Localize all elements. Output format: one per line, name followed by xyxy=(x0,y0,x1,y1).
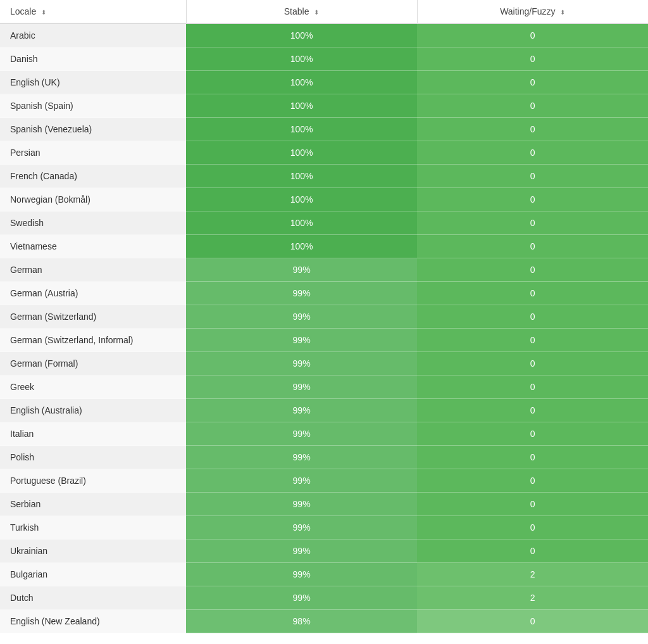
waiting-cell: 0 xyxy=(417,493,648,516)
table-row[interactable]: Bulgarian99%2 xyxy=(0,563,648,586)
waiting-cell: 0 xyxy=(417,188,648,212)
table-row[interactable]: English (New Zealand)98%0 xyxy=(0,610,648,633)
waiting-cell: 0 xyxy=(417,329,648,352)
waiting-cell: 2 xyxy=(417,586,648,610)
locale-cell: German (Switzerland) xyxy=(0,305,186,329)
table-row[interactable]: German (Switzerland, Informal)99%0 xyxy=(0,329,648,352)
locale-cell: Dutch xyxy=(0,586,186,610)
stable-cell: 99% xyxy=(186,540,417,563)
stable-cell: 99% xyxy=(186,446,417,469)
table-row[interactable]: French (Canada)100%0 xyxy=(0,165,648,188)
waiting-cell: 0 xyxy=(417,305,648,329)
stable-cell: 99% xyxy=(186,516,417,540)
locale-cell: Vietnamese xyxy=(0,235,186,258)
table-row[interactable]: English (UK)100%0 xyxy=(0,71,648,94)
table-row[interactable]: English (Australia)99%0 xyxy=(0,399,648,422)
table-row[interactable]: Portuguese (Brazil)99%0 xyxy=(0,469,648,493)
table-row[interactable]: German (Austria)99%0 xyxy=(0,282,648,305)
locale-cell: Spanish (Spain) xyxy=(0,94,186,118)
waiting-cell: 0 xyxy=(417,165,648,188)
waiting-cell: 0 xyxy=(417,94,648,118)
table-header: Locale ⬍ Stable ⬍ Waiting/Fuzzy ⬍ xyxy=(0,0,648,23)
locale-cell: German (Formal) xyxy=(0,352,186,376)
table-row[interactable]: German99%0 xyxy=(0,258,648,282)
waiting-cell: 0 xyxy=(417,422,648,446)
table-body: Arabic100%0Danish100%0English (UK)100%0S… xyxy=(0,23,648,633)
waiting-cell: 0 xyxy=(417,540,648,563)
waiting-column-header[interactable]: Waiting/Fuzzy ⬍ xyxy=(417,0,648,23)
table-row[interactable]: Spanish (Spain)100%0 xyxy=(0,94,648,118)
table-row[interactable]: Dutch99%2 xyxy=(0,586,648,610)
table-row[interactable]: Vietnamese100%0 xyxy=(0,235,648,258)
locale-cell: Swedish xyxy=(0,212,186,235)
table-row[interactable]: Italian99%0 xyxy=(0,422,648,446)
locale-cell: Spanish (Venezuela) xyxy=(0,118,186,141)
table-row[interactable]: German (Formal)99%0 xyxy=(0,352,648,376)
stable-cell: 100% xyxy=(186,47,417,71)
table-row[interactable]: Arabic100%0 xyxy=(0,23,648,47)
locale-cell: Persian xyxy=(0,141,186,165)
waiting-cell: 0 xyxy=(417,23,648,47)
locale-sort-icon: ⬍ xyxy=(41,9,46,16)
locale-cell: Turkish xyxy=(0,516,186,540)
waiting-cell: 0 xyxy=(417,352,648,376)
locale-cell: English (New Zealand) xyxy=(0,610,186,633)
locale-cell: German (Switzerland, Informal) xyxy=(0,329,186,352)
stable-cell: 99% xyxy=(186,376,417,399)
table-row[interactable]: Spanish (Venezuela)100%0 xyxy=(0,118,648,141)
waiting-cell: 0 xyxy=(417,118,648,141)
locale-cell: Danish xyxy=(0,47,186,71)
stable-cell: 100% xyxy=(186,118,417,141)
stable-cell: 98% xyxy=(186,610,417,633)
table-row[interactable]: Ukrainian99%0 xyxy=(0,540,648,563)
stable-cell: 99% xyxy=(186,282,417,305)
locale-cell: English (Australia) xyxy=(0,399,186,422)
stable-cell: 100% xyxy=(186,23,417,47)
table-row[interactable]: Persian100%0 xyxy=(0,141,648,165)
stable-cell: 100% xyxy=(186,71,417,94)
stable-cell: 99% xyxy=(186,329,417,352)
stable-cell: 99% xyxy=(186,352,417,376)
table-row[interactable]: Swedish100%0 xyxy=(0,212,648,235)
locale-cell: Polish xyxy=(0,446,186,469)
locale-cell: Bulgarian xyxy=(0,563,186,586)
waiting-cell: 0 xyxy=(417,212,648,235)
waiting-cell: 0 xyxy=(417,235,648,258)
stable-cell: 100% xyxy=(186,165,417,188)
stable-sort-icon: ⬍ xyxy=(314,9,319,16)
stable-cell: 99% xyxy=(186,422,417,446)
waiting-cell: 0 xyxy=(417,376,648,399)
locale-column-header[interactable]: Locale ⬍ xyxy=(0,0,186,23)
table-row[interactable]: Danish100%0 xyxy=(0,47,648,71)
waiting-cell: 0 xyxy=(417,141,648,165)
waiting-cell: 2 xyxy=(417,563,648,586)
stable-column-header[interactable]: Stable ⬍ xyxy=(186,0,417,23)
waiting-cell: 0 xyxy=(417,516,648,540)
table-row[interactable]: German (Switzerland)99%0 xyxy=(0,305,648,329)
waiting-cell: 0 xyxy=(417,258,648,282)
locale-cell: German (Austria) xyxy=(0,282,186,305)
table-row[interactable]: Serbian99%0 xyxy=(0,493,648,516)
stable-cell: 100% xyxy=(186,188,417,212)
locale-cell: Serbian xyxy=(0,493,186,516)
locale-cell: Greek xyxy=(0,376,186,399)
waiting-sort-icon: ⬍ xyxy=(560,9,565,16)
stable-cell: 99% xyxy=(186,399,417,422)
locale-cell: Ukrainian xyxy=(0,540,186,563)
waiting-cell: 0 xyxy=(417,399,648,422)
stable-cell: 99% xyxy=(186,305,417,329)
table-row[interactable]: Greek99%0 xyxy=(0,376,648,399)
waiting-cell: 0 xyxy=(417,282,648,305)
table-row[interactable]: Polish99%0 xyxy=(0,446,648,469)
stable-cell: 99% xyxy=(186,469,417,493)
stable-cell: 100% xyxy=(186,212,417,235)
stable-cell: 99% xyxy=(186,586,417,610)
table-row[interactable]: Turkish99%0 xyxy=(0,516,648,540)
locale-cell: Portuguese (Brazil) xyxy=(0,469,186,493)
stable-cell: 100% xyxy=(186,235,417,258)
waiting-cell: 0 xyxy=(417,469,648,493)
locale-cell: Italian xyxy=(0,422,186,446)
table-row[interactable]: Norwegian (Bokmål)100%0 xyxy=(0,188,648,212)
locale-cell: English (UK) xyxy=(0,71,186,94)
stable-cell: 100% xyxy=(186,141,417,165)
